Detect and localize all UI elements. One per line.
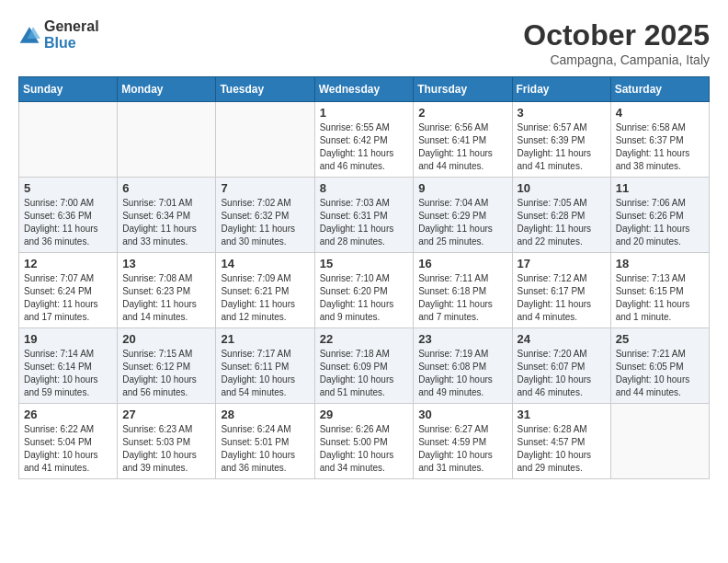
day-number: 28 bbox=[221, 408, 309, 421]
day-number: 3 bbox=[518, 106, 606, 120]
calendar-day-cell: 10Sunrise: 7:05 AM Sunset: 6:28 PM Dayli… bbox=[512, 178, 610, 253]
day-info: Sunrise: 7:19 AM Sunset: 6:08 PM Dayligh… bbox=[418, 348, 506, 399]
day-info: Sunrise: 7:02 AM Sunset: 6:32 PM Dayligh… bbox=[221, 197, 309, 248]
calendar-day-cell: 9Sunrise: 7:04 AM Sunset: 6:29 PM Daylig… bbox=[414, 178, 512, 253]
month-title: October 2025 bbox=[523, 18, 710, 52]
calendar-day-cell: 3Sunrise: 6:57 AM Sunset: 6:39 PM Daylig… bbox=[512, 102, 610, 178]
day-info: Sunrise: 7:20 AM Sunset: 6:07 PM Dayligh… bbox=[518, 348, 606, 399]
day-number: 29 bbox=[320, 408, 409, 421]
day-number: 14 bbox=[221, 257, 309, 270]
day-info: Sunrise: 6:26 AM Sunset: 5:00 PM Dayligh… bbox=[320, 423, 409, 475]
day-number: 26 bbox=[24, 408, 112, 421]
day-number: 7 bbox=[221, 181, 309, 195]
day-info: Sunrise: 6:55 AM Sunset: 6:42 PM Dayligh… bbox=[320, 121, 409, 173]
calendar-table: SundayMondayTuesdayWednesdayThursdayFrid… bbox=[18, 76, 710, 479]
calendar-day-cell: 2Sunrise: 6:56 AM Sunset: 6:41 PM Daylig… bbox=[414, 102, 512, 178]
calendar-day-cell: 8Sunrise: 7:03 AM Sunset: 6:31 PM Daylig… bbox=[314, 178, 414, 253]
day-info: Sunrise: 7:06 AM Sunset: 6:26 PM Dayligh… bbox=[616, 197, 704, 248]
calendar-day-cell: 4Sunrise: 6:58 AM Sunset: 6:37 PM Daylig… bbox=[610, 102, 709, 178]
day-info: Sunrise: 6:28 AM Sunset: 4:57 PM Dayligh… bbox=[518, 423, 606, 475]
calendar-day-cell: 12Sunrise: 7:07 AM Sunset: 6:24 PM Dayli… bbox=[19, 253, 118, 328]
calendar-day-cell: 1Sunrise: 6:55 AM Sunset: 6:42 PM Daylig… bbox=[314, 102, 414, 178]
weekday-header-thursday: Thursday bbox=[414, 77, 512, 102]
day-number: 21 bbox=[221, 332, 309, 346]
weekday-header-monday: Monday bbox=[118, 77, 216, 102]
day-number: 17 bbox=[518, 257, 606, 270]
weekday-header-friday: Friday bbox=[512, 77, 610, 102]
weekday-header-wednesday: Wednesday bbox=[314, 77, 414, 102]
day-number: 31 bbox=[518, 408, 606, 421]
day-number: 22 bbox=[320, 332, 409, 346]
calendar-week-row: 26Sunrise: 6:22 AM Sunset: 5:04 PM Dayli… bbox=[19, 404, 710, 479]
calendar-day-cell: 22Sunrise: 7:18 AM Sunset: 6:09 PM Dayli… bbox=[314, 328, 414, 404]
logo-icon bbox=[18, 24, 40, 46]
day-info: Sunrise: 7:21 AM Sunset: 6:05 PM Dayligh… bbox=[616, 348, 704, 399]
day-info: Sunrise: 6:57 AM Sunset: 6:39 PM Dayligh… bbox=[518, 121, 606, 173]
calendar-day-cell: 31Sunrise: 6:28 AM Sunset: 4:57 PM Dayli… bbox=[512, 404, 610, 479]
calendar-week-row: 1Sunrise: 6:55 AM Sunset: 6:42 PM Daylig… bbox=[19, 102, 710, 178]
calendar-day-cell: 28Sunrise: 6:24 AM Sunset: 5:01 PM Dayli… bbox=[216, 404, 314, 479]
day-number: 9 bbox=[418, 181, 506, 195]
calendar-day-cell: 7Sunrise: 7:02 AM Sunset: 6:32 PM Daylig… bbox=[216, 178, 314, 253]
day-info: Sunrise: 7:09 AM Sunset: 6:21 PM Dayligh… bbox=[221, 272, 309, 324]
page-header: General Blue October 2025 Campagna, Camp… bbox=[18, 18, 710, 67]
calendar-day-cell bbox=[19, 102, 118, 178]
day-number: 8 bbox=[320, 181, 409, 195]
day-number: 25 bbox=[616, 332, 704, 346]
calendar-day-cell: 5Sunrise: 7:00 AM Sunset: 6:36 PM Daylig… bbox=[19, 178, 118, 253]
day-number: 10 bbox=[518, 181, 606, 195]
day-number: 13 bbox=[122, 257, 210, 270]
calendar-day-cell: 18Sunrise: 7:13 AM Sunset: 6:15 PM Dayli… bbox=[610, 253, 709, 328]
calendar-day-cell: 6Sunrise: 7:01 AM Sunset: 6:34 PM Daylig… bbox=[118, 178, 216, 253]
day-info: Sunrise: 6:56 AM Sunset: 6:41 PM Dayligh… bbox=[418, 121, 506, 173]
day-info: Sunrise: 7:10 AM Sunset: 6:20 PM Dayligh… bbox=[320, 272, 409, 324]
calendar-day-cell bbox=[216, 102, 314, 178]
title-area: October 2025 Campagna, Campania, Italy bbox=[523, 18, 710, 67]
day-number: 16 bbox=[418, 257, 506, 270]
day-info: Sunrise: 6:24 AM Sunset: 5:01 PM Dayligh… bbox=[221, 423, 309, 475]
day-info: Sunrise: 7:17 AM Sunset: 6:11 PM Dayligh… bbox=[221, 348, 309, 399]
day-info: Sunrise: 6:27 AM Sunset: 4:59 PM Dayligh… bbox=[418, 423, 506, 475]
day-info: Sunrise: 7:13 AM Sunset: 6:15 PM Dayligh… bbox=[616, 272, 704, 324]
day-number: 19 bbox=[24, 332, 112, 346]
calendar-day-cell: 14Sunrise: 7:09 AM Sunset: 6:21 PM Dayli… bbox=[216, 253, 314, 328]
day-number: 27 bbox=[122, 408, 210, 421]
calendar-week-row: 12Sunrise: 7:07 AM Sunset: 6:24 PM Dayli… bbox=[19, 253, 710, 328]
day-number: 12 bbox=[24, 257, 112, 270]
day-number: 4 bbox=[616, 106, 704, 120]
weekday-header-saturday: Saturday bbox=[610, 77, 709, 102]
calendar-day-cell: 24Sunrise: 7:20 AM Sunset: 6:07 PM Dayli… bbox=[512, 328, 610, 404]
day-info: Sunrise: 7:04 AM Sunset: 6:29 PM Dayligh… bbox=[418, 197, 506, 248]
calendar-day-cell: 27Sunrise: 6:23 AM Sunset: 5:03 PM Dayli… bbox=[118, 404, 216, 479]
day-info: Sunrise: 7:00 AM Sunset: 6:36 PM Dayligh… bbox=[24, 197, 112, 248]
weekday-header-row: SundayMondayTuesdayWednesdayThursdayFrid… bbox=[19, 77, 710, 102]
calendar-day-cell: 20Sunrise: 7:15 AM Sunset: 6:12 PM Dayli… bbox=[118, 328, 216, 404]
day-info: Sunrise: 7:18 AM Sunset: 6:09 PM Dayligh… bbox=[320, 348, 409, 399]
calendar-week-row: 5Sunrise: 7:00 AM Sunset: 6:36 PM Daylig… bbox=[19, 178, 710, 253]
day-number: 30 bbox=[418, 408, 506, 421]
calendar-day-cell: 15Sunrise: 7:10 AM Sunset: 6:20 PM Dayli… bbox=[314, 253, 414, 328]
day-number: 5 bbox=[24, 181, 112, 195]
day-info: Sunrise: 6:22 AM Sunset: 5:04 PM Dayligh… bbox=[24, 423, 112, 475]
day-info: Sunrise: 7:11 AM Sunset: 6:18 PM Dayligh… bbox=[418, 272, 506, 324]
logo: General Blue bbox=[18, 18, 99, 52]
day-info: Sunrise: 7:15 AM Sunset: 6:12 PM Dayligh… bbox=[122, 348, 210, 399]
day-info: Sunrise: 7:12 AM Sunset: 6:17 PM Dayligh… bbox=[518, 272, 606, 324]
logo-blue: Blue bbox=[44, 35, 76, 51]
logo-general: General bbox=[44, 18, 99, 34]
day-info: Sunrise: 7:08 AM Sunset: 6:23 PM Dayligh… bbox=[122, 272, 210, 324]
day-number: 1 bbox=[320, 106, 409, 120]
calendar-day-cell: 25Sunrise: 7:21 AM Sunset: 6:05 PM Dayli… bbox=[610, 328, 709, 404]
day-number: 11 bbox=[616, 181, 704, 195]
day-number: 20 bbox=[122, 332, 210, 346]
day-info: Sunrise: 7:03 AM Sunset: 6:31 PM Dayligh… bbox=[320, 197, 409, 248]
calendar-day-cell: 17Sunrise: 7:12 AM Sunset: 6:17 PM Dayli… bbox=[512, 253, 610, 328]
calendar-day-cell: 13Sunrise: 7:08 AM Sunset: 6:23 PM Dayli… bbox=[118, 253, 216, 328]
weekday-header-sunday: Sunday bbox=[19, 77, 118, 102]
day-number: 6 bbox=[122, 181, 210, 195]
calendar-day-cell: 11Sunrise: 7:06 AM Sunset: 6:26 PM Dayli… bbox=[610, 178, 709, 253]
day-info: Sunrise: 7:14 AM Sunset: 6:14 PM Dayligh… bbox=[24, 348, 112, 399]
day-number: 15 bbox=[320, 257, 409, 270]
weekday-header-tuesday: Tuesday bbox=[216, 77, 314, 102]
calendar-day-cell: 29Sunrise: 6:26 AM Sunset: 5:00 PM Dayli… bbox=[314, 404, 414, 479]
